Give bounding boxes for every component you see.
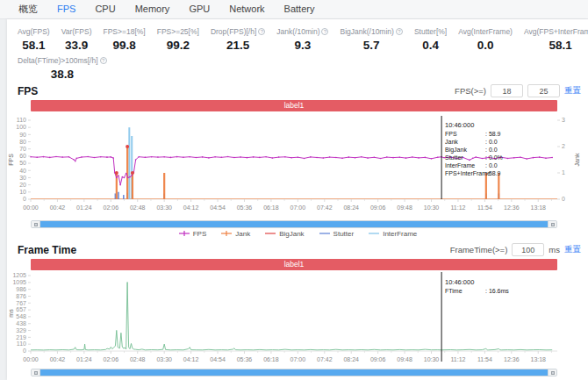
- svg-text:02:48: 02:48: [130, 204, 146, 211]
- svg-text:110: 110: [17, 341, 26, 347]
- svg-text:10: 10: [19, 189, 26, 195]
- tab-overview[interactable]: 概览: [9, 0, 47, 18]
- help-icon[interactable]: ?: [321, 28, 328, 35]
- legend-item-stutter[interactable]: Stutter: [319, 230, 355, 239]
- svg-text:30: 30: [19, 175, 26, 181]
- legend-item-fps[interactable]: FPS: [178, 230, 207, 239]
- stat-label: Delta(FTime)>100ms[/h]: [18, 56, 98, 65]
- svg-text:1: 1: [562, 169, 565, 176]
- frametime-section-title: Frame Time: [18, 244, 76, 256]
- scrollbar-left-handle[interactable]: [32, 221, 40, 227]
- svg-text:04:12: 04:12: [183, 204, 199, 211]
- stat-label: Stutter[%]: [414, 27, 447, 36]
- scrollbar-left-handle[interactable]: [32, 369, 40, 376]
- svg-text:1205: 1205: [12, 272, 26, 278]
- series-marker-icon: [319, 230, 331, 239]
- help-icon[interactable]: ?: [258, 28, 265, 35]
- svg-text:08:24: 08:24: [343, 356, 359, 362]
- svg-text:60: 60: [19, 153, 26, 159]
- svg-text:438: 438: [16, 320, 26, 326]
- fps-chart-plot[interactable]: 0102030405060708090100110FPS00:0000:4201…: [7, 111, 588, 220]
- stat-value: 33.9: [61, 39, 92, 52]
- fps-chart-legend: FPS Jank BigJank Stutter InterFrame: [7, 228, 588, 240]
- svg-text:07:42: 07:42: [317, 356, 333, 362]
- stat-label: Avg(FPS+InterFrame): [524, 27, 588, 36]
- svg-text:11:12: 11:12: [450, 356, 465, 362]
- frametime-threshold-input[interactable]: [512, 243, 544, 256]
- fps-section-header: FPS FPS(>=) 重置: [7, 81, 588, 100]
- svg-text:09:48: 09:48: [397, 204, 412, 211]
- stat-value: 38.8: [18, 68, 107, 81]
- legend-label: BigJank: [279, 230, 304, 238]
- fps-threshold-input-1[interactable]: [491, 84, 523, 97]
- stat-value: 99.8: [103, 39, 145, 52]
- stat-avg-interframe: Avg(InterFrame) 0.0: [458, 27, 513, 52]
- stat-var-fps: Var(FPS) 33.9: [61, 27, 92, 52]
- stat-avg-fps: Avg(FPS) 58.1: [18, 27, 50, 52]
- fps-threshold-input-2[interactable]: [527, 84, 560, 97]
- tab-fps[interactable]: FPS: [47, 0, 85, 18]
- scrollbar-right-handle[interactable]: [548, 221, 556, 227]
- stat-label: FPS>=25[%]: [157, 27, 199, 36]
- svg-text:3: 3: [562, 117, 565, 123]
- stat-label: Avg(InterFrame): [458, 27, 513, 36]
- scrollbar-track[interactable]: [40, 221, 548, 227]
- scrollbar-right-handle[interactable]: [548, 369, 556, 376]
- fps-section-title: FPS: [18, 85, 38, 97]
- series-marker-icon: [264, 230, 276, 239]
- svg-text:11:54: 11:54: [477, 204, 492, 211]
- fps-reset-link[interactable]: 重置: [564, 85, 581, 97]
- stat-avg-fps-interframe: Avg(FPS+InterFrame) 58.1: [524, 27, 588, 52]
- series-marker-icon: [368, 230, 380, 239]
- scrollbar-grip-icon: [34, 223, 38, 226]
- svg-text:Jank: Jank: [574, 153, 580, 166]
- svg-text:08:24: 08:24: [343, 204, 359, 211]
- scrollbar-grip-icon: [551, 371, 555, 375]
- help-icon[interactable]: ?: [100, 57, 107, 64]
- svg-text:986: 986: [16, 286, 26, 292]
- svg-text:0: 0: [23, 196, 26, 202]
- stat-value: 0.4: [414, 39, 447, 52]
- tab-network[interactable]: Network: [219, 0, 274, 18]
- stat-label: Jank(/10min): [276, 27, 319, 36]
- legend-item-jank[interactable]: Jank: [220, 230, 250, 239]
- svg-text:219: 219: [16, 334, 26, 341]
- stat-jank: Jank(/10min)? 9.3: [276, 27, 328, 52]
- svg-text:00:00: 00:00: [23, 204, 39, 211]
- svg-text:2: 2: [562, 143, 565, 149]
- svg-text:20: 20: [19, 182, 26, 188]
- svg-text:11:54: 11:54: [477, 356, 492, 362]
- tab-memory[interactable]: Memory: [125, 0, 180, 18]
- stat-label: Avg(FPS): [18, 27, 50, 36]
- stat-bigjank: BigJank(/10min)? 5.7: [340, 27, 402, 52]
- svg-text:02:48: 02:48: [130, 356, 146, 362]
- svg-text:1095: 1095: [12, 279, 26, 285]
- stats-row-2: Delta(FTime)>100ms[/h]? 38.8: [7, 52, 588, 81]
- svg-text:04:54: 04:54: [210, 204, 226, 211]
- svg-text:02:06: 02:06: [104, 356, 119, 362]
- fps-chart-scrollbar: [31, 220, 557, 228]
- svg-text:110: 110: [17, 117, 26, 123]
- fps-threshold-controls: FPS(>=) 重置: [455, 84, 581, 97]
- frametime-reset-link[interactable]: 重置: [564, 244, 581, 255]
- frametime-chart-plot[interactable]: 011021932943854865776787698610951205ms00…: [7, 270, 588, 369]
- svg-text:10:30: 10:30: [424, 204, 440, 211]
- svg-text:70: 70: [19, 146, 26, 152]
- stat-fps-ge-18: FPS>=18[%] 99.8: [103, 27, 145, 52]
- help-icon[interactable]: ?: [396, 28, 403, 35]
- svg-text:767: 767: [16, 300, 26, 306]
- stat-value: 5.7: [340, 39, 402, 52]
- legend-item-interframe[interactable]: InterFrame: [368, 230, 417, 239]
- tab-battery[interactable]: Battery: [275, 0, 325, 18]
- svg-text:03:30: 03:30: [156, 356, 172, 362]
- scrollbar-track[interactable]: [40, 369, 548, 376]
- frametime-threshold-controls: FrameTime(>=) ms 重置: [450, 243, 581, 256]
- svg-text:11:12: 11:12: [450, 204, 465, 211]
- stat-drop-fps: Drop(FPS)[/h]? 21.5: [211, 27, 265, 52]
- tab-cpu[interactable]: CPU: [85, 0, 125, 18]
- stat-label: Drop(FPS)[/h]: [211, 27, 256, 36]
- svg-text:80: 80: [19, 139, 26, 145]
- svg-text:04:54: 04:54: [210, 356, 226, 362]
- tab-gpu[interactable]: GPU: [179, 0, 219, 18]
- legend-item-bigjank[interactable]: BigJank: [264, 230, 304, 239]
